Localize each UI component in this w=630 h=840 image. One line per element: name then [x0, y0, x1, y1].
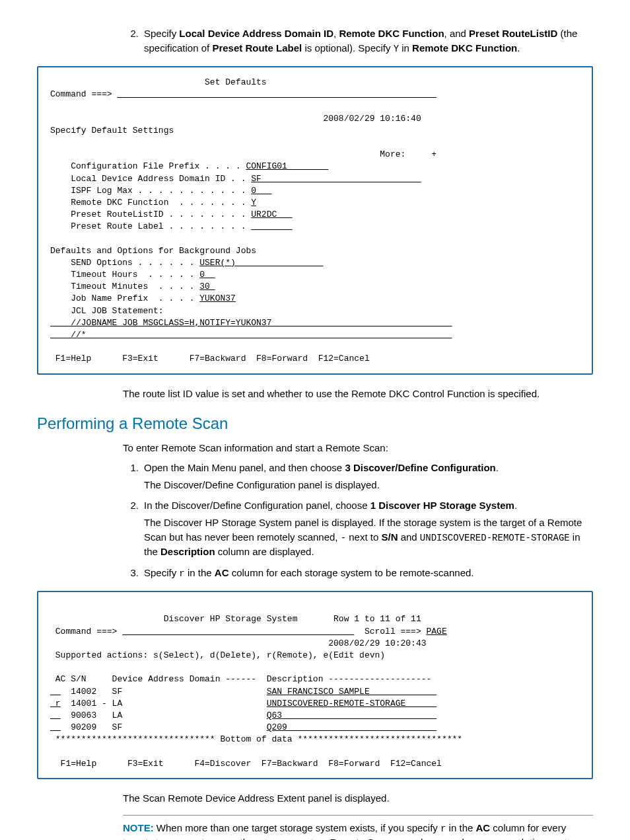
timeout-hours-input[interactable]: 0 — [199, 270, 215, 280]
discover-storage-panel: Discover HP Storage System Row 1 to 11 o… — [37, 591, 593, 779]
ac-input[interactable]: _ — [50, 710, 61, 720]
field-label: SEND Options . . . . . . — [50, 258, 199, 268]
ac-input[interactable]: _ — [50, 687, 61, 697]
note-label: NOTE: — [123, 822, 154, 833]
timestamp: 2008/02/29 10:16:40 — [50, 114, 421, 124]
more-indicator: More: + — [50, 149, 437, 159]
panel-title: Discover HP Storage System Row 1 to 11 o… — [50, 614, 421, 624]
step-2: 2. In the Discover/Define Configuration … — [123, 498, 593, 559]
command-input[interactable] — [117, 89, 437, 99]
field-label: Remote DKC Function . . . . . . . — [50, 198, 251, 208]
note-block: NOTE: When more than one target storage … — [123, 815, 593, 840]
command-prompt-label: Command ===> — [50, 89, 117, 99]
step-2-sub: The Discover HP Storage System panel is … — [144, 515, 593, 559]
step-number: 2. — [123, 26, 139, 41]
after-term2: The Scan Remote Device Address Extent pa… — [123, 791, 593, 840]
timestamp: 2008/02/29 10:20:43 — [50, 638, 427, 648]
preset-route-label-input[interactable] — [251, 221, 292, 231]
intro-step-2: 2. Specify Local Device Address Domain I… — [123, 26, 593, 56]
after-term1-text: The route list ID value is set and wheth… — [123, 387, 593, 401]
function-keys: F1=Help F3=Exit F7=Backward F8=Forward F… — [50, 354, 370, 363]
table-row: 14001 - LA — [61, 699, 267, 708]
specify-heading: Specify Default Settings — [50, 126, 174, 135]
table-row: 14002 SF — [61, 687, 267, 697]
job-name-prefix-input[interactable]: YUKON37 — [199, 293, 236, 303]
timeout-minutes-input[interactable]: 30 — [199, 282, 215, 291]
jcl-line-1-input[interactable]: //JOBNAME JOB MSGCLASS=H,NOTIFY=YUKON37 — [50, 318, 452, 328]
step-1-sub: The Discover/Define Configuration panel … — [144, 478, 593, 492]
field-label: Configuration File Prefix . . . . — [50, 161, 246, 171]
supported-actions: Supported actions: s(Select), d(Delete),… — [50, 650, 385, 660]
ispf-log-max-input[interactable]: 0 — [251, 186, 271, 196]
field-label: Timeout Minutes . . . . — [50, 282, 199, 291]
field-label: ISPF Log Max . . . . . . . . . . . — [50, 186, 251, 196]
field-label: Preset Route Label . . . . . . . . — [50, 221, 251, 231]
panel-title: Set Defaults — [50, 77, 267, 87]
intro-text: To enter Remote Scan information and sta… — [123, 441, 593, 455]
field-label: Local Device Address Domain ID . . — [50, 174, 251, 184]
jcl-label: JCL JOB Statement: — [50, 306, 164, 316]
column-headers: AC S/N Device Address Domain ------ Desc… — [50, 674, 431, 684]
bottom-of-data: ******************************* Bottom o… — [50, 734, 462, 744]
field-label: Job Name Prefix . . . . — [50, 293, 199, 303]
table-row: 90209 SF — [61, 722, 267, 732]
bg-jobs-heading: Defaults and Options for Background Jobs — [50, 246, 256, 256]
local-device-domain-input[interactable]: SF — [251, 174, 421, 184]
field-label: Timeout Hours . . . . . — [50, 270, 199, 280]
field-label: Preset RouteListID . . . . . . . . — [50, 210, 251, 219]
step-text: Specify Local Device Address Domain ID, … — [144, 28, 577, 54]
step-1: 1. Open the Main Menu panel, and then ch… — [123, 461, 593, 492]
ac-input[interactable]: r — [50, 699, 61, 708]
set-defaults-panel: Set Defaults Command ===> 2008/02/29 10:… — [37, 66, 593, 375]
section-heading: Performing a Remote Scan — [37, 412, 593, 436]
description-cell: UNDISCOVERED-REMOTE-STORAGE — [267, 699, 437, 708]
function-keys: F1=Help F3=Exit F4=Discover F7=Backward … — [50, 759, 442, 769]
remote-scan-steps: 1. Open the Main Menu panel, and then ch… — [123, 461, 593, 580]
step-3: 3. Specify r in the AC column for each s… — [123, 566, 593, 580]
scroll-input[interactable]: PAGE — [427, 627, 447, 636]
command-input[interactable] — [122, 627, 354, 636]
description-cell: Q209 — [267, 722, 437, 732]
command-prompt-label: Command ===> — [50, 627, 122, 636]
send-options-input[interactable]: USER(*) — [199, 258, 323, 268]
preset-routelistid-input[interactable]: UR2DC — [251, 210, 292, 219]
intro-steps: 2. Specify Local Device Address Domain I… — [123, 26, 593, 56]
config-file-prefix-input[interactable]: CONFIG01 — [246, 161, 328, 171]
description-cell: SAN FRANCISCO SAMPLE — [267, 687, 437, 697]
ac-input[interactable]: _ — [50, 722, 61, 732]
table-row: 90063 LA — [61, 710, 267, 720]
jcl-line-2-input[interactable]: //* — [50, 330, 452, 340]
remote-scan-body: To enter Remote Scan information and sta… — [123, 441, 593, 580]
remote-dkc-function-input[interactable]: Y — [251, 198, 256, 208]
description-cell: Q63 — [267, 710, 437, 720]
